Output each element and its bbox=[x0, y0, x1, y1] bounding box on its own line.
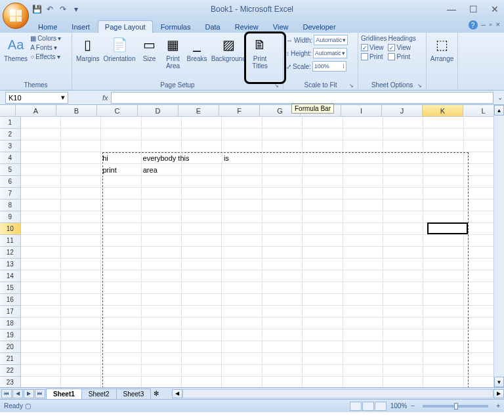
cell-J6[interactable] bbox=[383, 176, 423, 188]
cell-J7[interactable] bbox=[383, 188, 423, 200]
cell-B1[interactable] bbox=[61, 117, 101, 129]
headings-view-checkbox[interactable]: ✓ bbox=[388, 44, 395, 51]
cell-D19[interactable] bbox=[142, 329, 182, 341]
cell-K21[interactable] bbox=[423, 353, 463, 365]
cell-H21[interactable] bbox=[303, 353, 343, 365]
cell-E18[interactable] bbox=[182, 318, 222, 329]
row-header-11[interactable]: 11 bbox=[0, 235, 21, 247]
cell-D13[interactable] bbox=[142, 259, 182, 270]
cell-C13[interactable] bbox=[101, 259, 141, 270]
cell-F11[interactable] bbox=[222, 235, 262, 247]
cell-F14[interactable] bbox=[222, 270, 262, 282]
column-header-C[interactable]: C bbox=[97, 105, 138, 116]
name-box[interactable]: K10▾ bbox=[5, 92, 68, 104]
cell-F23[interactable] bbox=[222, 377, 262, 387]
cell-B2[interactable] bbox=[61, 129, 101, 140]
cell-B7[interactable] bbox=[61, 188, 101, 200]
cell-B4[interactable] bbox=[61, 152, 101, 164]
row-header-15[interactable]: 15 bbox=[0, 282, 21, 294]
cell-C21[interactable] bbox=[101, 353, 141, 365]
cell-D2[interactable] bbox=[142, 129, 182, 140]
cell-D16[interactable] bbox=[142, 294, 182, 306]
cell-D23[interactable] bbox=[142, 377, 182, 387]
cell-H2[interactable] bbox=[303, 129, 343, 140]
cell-B10[interactable] bbox=[61, 223, 101, 235]
cell-H17[interactable] bbox=[303, 306, 343, 318]
cell-K14[interactable] bbox=[423, 270, 463, 282]
cell-G23[interactable] bbox=[262, 377, 303, 387]
scroll-up-button[interactable]: ▲ bbox=[494, 105, 504, 116]
normal-view-button[interactable] bbox=[350, 402, 362, 411]
cell-C19[interactable] bbox=[101, 329, 141, 341]
cell-G9[interactable] bbox=[262, 211, 303, 223]
cell-B11[interactable] bbox=[61, 235, 101, 247]
cell-B14[interactable] bbox=[61, 270, 101, 282]
cell-J2[interactable] bbox=[383, 129, 423, 140]
zoom-out-button[interactable]: − bbox=[411, 402, 415, 410]
cell-K15[interactable] bbox=[423, 282, 463, 294]
orientation-button[interactable]: 📄Orientation bbox=[102, 34, 137, 64]
cell-B23[interactable] bbox=[61, 377, 101, 387]
formula-input[interactable] bbox=[111, 92, 494, 104]
cell-I19[interactable] bbox=[343, 329, 383, 341]
row-header-13[interactable]: 13 bbox=[0, 259, 21, 270]
cell-C11[interactable] bbox=[101, 235, 141, 247]
cell-G21[interactable] bbox=[262, 353, 303, 365]
cell-I21[interactable] bbox=[343, 353, 383, 365]
cell-J1[interactable] bbox=[383, 117, 423, 129]
cell-G11[interactable] bbox=[262, 235, 303, 247]
fx-icon[interactable]: fx bbox=[102, 94, 108, 102]
row-header-2[interactable]: 2 bbox=[0, 129, 21, 140]
cell-J4[interactable] bbox=[383, 152, 423, 164]
scale-height-dropdown[interactable]: Automatic▾ bbox=[313, 48, 347, 58]
themes-button[interactable]: Aa Themes bbox=[3, 34, 29, 64]
cell-I20[interactable] bbox=[343, 341, 383, 353]
margins-button[interactable]: ▯Margins bbox=[75, 34, 101, 64]
cell-D7[interactable] bbox=[142, 188, 182, 200]
cell-C1[interactable] bbox=[101, 117, 141, 129]
cell-A18[interactable] bbox=[21, 318, 61, 329]
cell-F15[interactable] bbox=[222, 282, 262, 294]
cell-I11[interactable] bbox=[343, 235, 383, 247]
cell-I12[interactable] bbox=[343, 247, 383, 259]
zoom-in-button[interactable]: + bbox=[496, 402, 500, 410]
theme-effects-button[interactable]: ○Effects▾ bbox=[30, 52, 61, 61]
cell-C23[interactable] bbox=[101, 377, 141, 387]
cell-F8[interactable] bbox=[222, 200, 262, 211]
cell-F16[interactable] bbox=[222, 294, 262, 306]
cell-G6[interactable] bbox=[262, 176, 303, 188]
vertical-scrollbar[interactable]: ▲ ▼ bbox=[494, 105, 504, 387]
row-header-4[interactable]: 4 bbox=[0, 152, 21, 164]
cell-K9[interactable] bbox=[423, 211, 463, 223]
row-header-9[interactable]: 9 bbox=[0, 211, 21, 223]
ribbon-close-icon[interactable]: × bbox=[496, 20, 500, 30]
cell-F1[interactable] bbox=[222, 117, 262, 129]
cell-A19[interactable] bbox=[21, 329, 61, 341]
gridlines-view-checkbox[interactable]: ✓ bbox=[361, 44, 368, 51]
sheet-options-launcher-icon[interactable]: ↘ bbox=[417, 83, 422, 89]
tab-review[interactable]: Review bbox=[228, 21, 265, 33]
cell-A17[interactable] bbox=[21, 306, 61, 318]
cell-D18[interactable] bbox=[142, 318, 182, 329]
cell-E21[interactable] bbox=[182, 353, 222, 365]
row-header-18[interactable]: 18 bbox=[0, 318, 21, 329]
sheet-tab-3[interactable]: Sheet3 bbox=[116, 388, 152, 399]
cell-H12[interactable] bbox=[303, 247, 343, 259]
sheet-nav-prev[interactable]: ◀ bbox=[12, 389, 23, 398]
row-header-21[interactable]: 21 bbox=[0, 353, 21, 365]
cell-I7[interactable] bbox=[343, 188, 383, 200]
cell-E3[interactable] bbox=[182, 140, 222, 152]
column-header-B[interactable]: B bbox=[56, 105, 97, 116]
theme-colors-button[interactable]: ▦Colors▾ bbox=[30, 34, 61, 43]
cell-H1[interactable] bbox=[303, 117, 343, 129]
cell-K7[interactable] bbox=[423, 188, 463, 200]
cell-A10[interactable] bbox=[21, 223, 61, 235]
cell-A15[interactable] bbox=[21, 282, 61, 294]
cell-J20[interactable] bbox=[383, 341, 423, 353]
cell-F12[interactable] bbox=[222, 247, 262, 259]
column-header-K[interactable]: K bbox=[423, 105, 463, 116]
hscroll-right-button[interactable]: ▶ bbox=[494, 389, 504, 398]
cell-E2[interactable] bbox=[182, 129, 222, 140]
sheet-nav-next[interactable]: ▶ bbox=[24, 389, 34, 398]
cell-G4[interactable] bbox=[262, 152, 303, 164]
